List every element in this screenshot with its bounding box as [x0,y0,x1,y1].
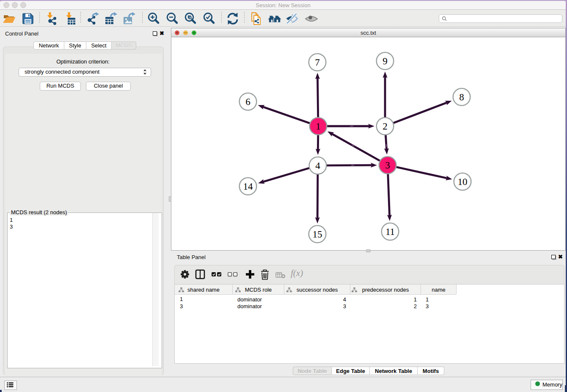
svg-text:4: 4 [315,160,320,171]
svg-text:14: 14 [243,181,253,192]
svg-text:11: 11 [385,226,395,237]
svg-text:10: 10 [458,177,468,187]
svg-text:7: 7 [315,57,320,68]
svg-text:8: 8 [459,92,464,102]
svg-text:6: 6 [245,97,250,107]
svg-text:1: 1 [316,121,321,132]
svg-text:2: 2 [383,121,388,132]
svg-text:15: 15 [313,229,322,240]
svg-text:3: 3 [385,160,390,171]
svg-text:9: 9 [383,56,388,66]
